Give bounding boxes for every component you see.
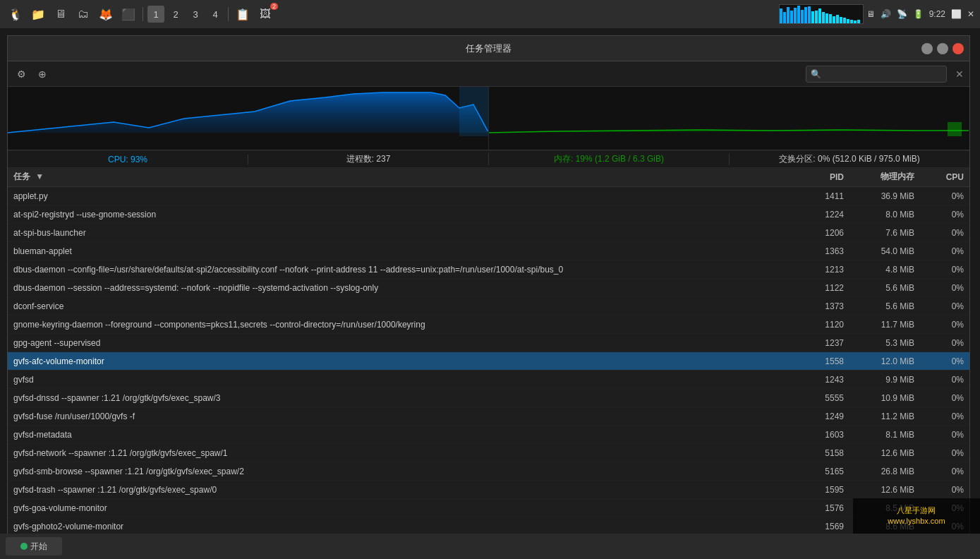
svg-rect-1 — [948, 122, 962, 136]
swap-status: 交换分区: 0% (512.0 KiB / 975.0 MiB) — [730, 153, 969, 165]
taskbar-browser-icon[interactable]: 🖥 — [51, 4, 71, 24]
table-row[interactable]: dbus-daemon --config-file=/usr/share/def… — [8, 260, 969, 279]
table-row[interactable]: gnome-keyring-daemon --foreground --comp… — [8, 315, 969, 334]
search-box[interactable]: 🔍 — [806, 66, 947, 83]
cpu-graph-canvas — [8, 87, 488, 136]
process-cpu: 0% — [920, 228, 969, 238]
svg-rect-0 — [459, 87, 488, 136]
taskbar-menu-icon[interactable]: 🐧 — [6, 4, 25, 24]
taskbar-terminal-icon[interactable]: ⬛ — [119, 4, 138, 24]
table-row[interactable]: gvfsd-dnssd --spawner :1.21 /org/gtk/gvf… — [8, 389, 969, 407]
process-pid: 1243 — [793, 375, 849, 385]
workspace-2[interactable]: 2 — [167, 6, 184, 23]
process-mem: 5.6 MiB — [849, 301, 920, 311]
table-row[interactable]: gvfsd-fuse /run/user/1000/gvfs -f 1249 1… — [8, 407, 969, 426]
start-label: 开始 — [30, 541, 47, 553]
start-button[interactable]: 开始 — [6, 537, 62, 555]
table-row[interactable]: dconf-service 1373 5.6 MiB 0% — [8, 297, 969, 315]
workspace-3[interactable]: 3 — [187, 6, 204, 23]
table-row[interactable]: at-spi2-registryd --use-gnome-session 12… — [8, 205, 969, 224]
process-mem: 8.1 MiB — [849, 430, 920, 440]
process-task: dbus-daemon --session --address=systemd:… — [8, 283, 793, 293]
process-pid: 1411 — [793, 191, 849, 201]
status-bar: CPU: 93% 进程数: 237 内存: 19% (1.2 GiB / 6.3… — [8, 150, 969, 167]
header-mem[interactable]: 物理内存 — [849, 171, 920, 183]
proc-status: 进程数: 237 — [248, 153, 489, 165]
process-task: blueman-applet — [8, 246, 793, 256]
workspace-4[interactable]: 4 — [207, 6, 224, 23]
header-pid[interactable]: PID — [793, 172, 849, 182]
process-pid: 1213 — [793, 265, 849, 275]
process-task: dconf-service — [8, 301, 793, 311]
process-task: dbus-daemon --config-file=/usr/share/def… — [8, 265, 793, 275]
process-mem: 12.6 MiB — [849, 485, 920, 495]
process-pid: 1569 — [793, 522, 849, 531]
process-task: gvfsd — [8, 375, 793, 385]
process-pid: 1558 — [793, 356, 849, 366]
process-task: gvfsd-trash --spawner :1.21 /org/gtk/gvf… — [8, 485, 793, 495]
close-button[interactable] — [952, 43, 964, 54]
table-row[interactable]: applet.py 1411 36.9 MiB 0% — [8, 187, 969, 205]
taskbar-window-icon[interactable]: 🗂 — [73, 4, 93, 24]
refresh-icon[interactable]: ⊕ — [35, 66, 50, 82]
workspace-1[interactable]: 1 — [147, 6, 164, 23]
table-row[interactable]: gvfsd 1243 9.9 MiB 0% — [8, 371, 969, 389]
mem-graph-canvas — [489, 87, 969, 136]
maximize-button[interactable] — [937, 43, 948, 54]
window-controls — [921, 43, 964, 54]
monitor-icon[interactable]: 🖥 — [866, 9, 875, 19]
battery-icon[interactable]: 🔋 — [913, 9, 924, 19]
taskbar: 🐧 📁 🖥 🗂 🦊 ⬛ 1 2 3 4 📋 🖼 2 — [0, 0, 980, 28]
taskbar-files-icon[interactable]: 📁 — [28, 4, 48, 24]
header-task[interactable]: 任务 ▼ — [8, 171, 793, 183]
process-task: gvfsd-dnssd --spawner :1.21 /org/gtk/gvf… — [8, 393, 793, 403]
process-cpu: 0% — [920, 210, 969, 220]
process-task: applet.py — [8, 191, 793, 201]
separator-1 — [143, 7, 143, 21]
volume-icon[interactable]: 🔊 — [881, 9, 891, 19]
table-row[interactable]: gpg-agent --supervised 1237 5.3 MiB 0% — [8, 334, 969, 352]
table-row[interactable]: gvfsd-network --spawner :1.21 /org/gtk/g… — [8, 444, 969, 462]
table-body[interactable]: applet.py 1411 36.9 MiB 0% at-spi2-regis… — [8, 187, 969, 550]
minimize-button[interactable] — [921, 43, 933, 54]
table-row[interactable]: at-spi-bus-launcher 1206 7.6 MiB 0% — [8, 224, 969, 242]
taskbar-firefox-icon[interactable]: 🦊 — [96, 4, 116, 24]
search-close-icon[interactable]: ✕ — [955, 68, 964, 80]
taskbar-app-icon[interactable]: 📋 — [233, 4, 253, 24]
header-cpu[interactable]: CPU — [920, 172, 969, 182]
network-icon[interactable]: 📡 — [897, 9, 907, 19]
bottom-bar: 开始 — [0, 534, 980, 559]
taskbar-right: 🖥 🔊 📡 🔋 9:22 ⬜ ✕ — [866, 9, 974, 19]
table-row[interactable]: gvfsd-smb-browse --spawner :1.21 /org/gt… — [8, 462, 969, 481]
toolbar: ⚙ ⊕ 🔍 ✕ — [8, 61, 969, 87]
watermark-text: 八星手游网 www.lyshbx.com — [888, 505, 945, 527]
table-row[interactable]: gvfs-goa-volume-monitor 1576 8.5 MiB 0% — [8, 499, 969, 517]
table-row[interactable]: dbus-daemon --session --address=systemd:… — [8, 279, 969, 297]
process-task: gvfs-goa-volume-monitor — [8, 503, 793, 513]
table-row[interactable]: blueman-applet 1363 54.0 MiB 0% — [8, 242, 969, 260]
cpu-status: CPU: 93% — [8, 155, 248, 164]
process-cpu: 0% — [920, 375, 969, 385]
process-mem: 11.7 MiB — [849, 320, 920, 330]
process-pid: 1224 — [793, 210, 849, 220]
clock: 9:22 — [929, 9, 945, 19]
taskbar-app2-icon[interactable]: 🖼 2 — [255, 4, 275, 24]
cpu-graph-panel — [8, 87, 489, 150]
process-pid: 1373 — [793, 301, 849, 311]
screen-icon[interactable]: ⬜ — [951, 9, 962, 19]
process-task: at-spi-bus-launcher — [8, 228, 793, 238]
process-mem: 36.9 MiB — [849, 191, 920, 201]
table-row[interactable]: gvfs-afc-volume-monitor 1558 12.0 MiB 0% — [8, 352, 969, 371]
sort-icon: ▼ — [35, 172, 44, 181]
close-taskbar-icon[interactable]: ✕ — [967, 9, 974, 19]
process-task: gvfsd-smb-browse --spawner :1.21 /org/gt… — [8, 467, 793, 476]
settings-icon[interactable]: ⚙ — [13, 66, 29, 82]
table-row[interactable]: gvfsd-trash --spawner :1.21 /org/gtk/gvf… — [8, 481, 969, 499]
process-cpu: 0% — [920, 467, 969, 476]
process-task: gvfsd-metadata — [8, 430, 793, 440]
process-pid: 5158 — [793, 448, 849, 458]
table-row[interactable]: gvfsd-metadata 1603 8.1 MiB 0% — [8, 426, 969, 444]
process-cpu: 0% — [920, 301, 969, 311]
process-mem: 5.3 MiB — [849, 338, 920, 348]
process-pid: 1120 — [793, 320, 849, 330]
